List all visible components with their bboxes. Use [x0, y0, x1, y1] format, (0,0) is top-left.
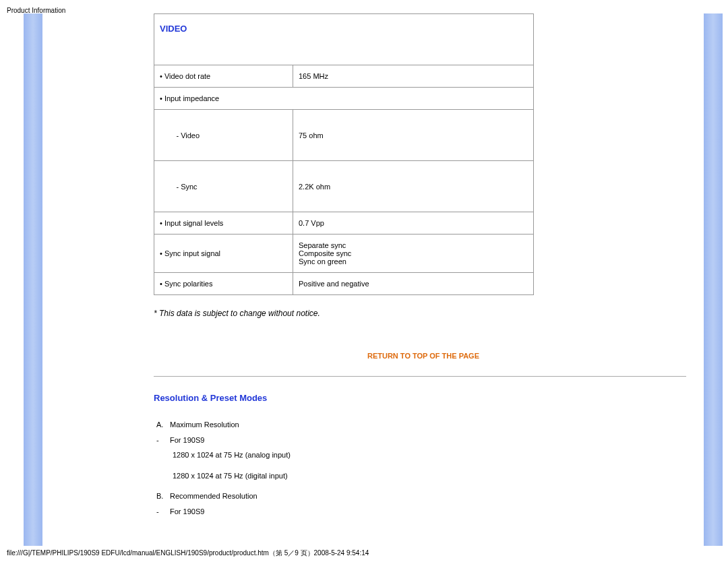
list-data: 1280 x 1024 at 75 Hz (digital input) — [154, 470, 693, 482]
right-decorative-bar — [704, 13, 723, 546]
list-text: For 190S9 — [170, 506, 693, 518]
list-text: Recommended Resolution — [170, 491, 693, 502]
spec-value: 0.7 Vpp — [293, 212, 534, 235]
video-spec-table: VIDEO • Video dot rate 165 MHz • Input i… — [154, 13, 534, 295]
list-item: - For 190S9 — [154, 506, 693, 518]
spec-label: - Video — [154, 110, 293, 161]
list-item: B. Recommended Resolution — [154, 491, 693, 502]
spec-label: • Sync polarities — [154, 273, 293, 295]
video-section-title: VIDEO — [154, 14, 534, 65]
section-divider — [154, 376, 686, 377]
list-text: For 190S9 — [170, 435, 693, 446]
spec-label: • Video dot rate — [154, 65, 293, 88]
return-link-container: RETURN TO TOP OF THE PAGE — [154, 352, 693, 360]
spec-value: Positive and negative — [293, 273, 534, 295]
spec-label: - Sync — [154, 161, 293, 212]
list-marker: - — [154, 506, 170, 518]
list-data: 1280 x 1024 at 75 Hz (analog input) — [154, 449, 693, 461]
spec-label: • Input impedance — [154, 88, 534, 110]
list-marker: - — [154, 435, 170, 446]
spec-label: • Sync input signal — [154, 235, 293, 273]
page-footer: file:///G|/TEMP/PHILIPS/190S9 EDFU/lcd/m… — [7, 549, 369, 558]
spec-label: • Input signal levels — [154, 212, 293, 235]
resolution-list: A. Maximum Resolution - For 190S9 1280 x… — [154, 419, 693, 517]
list-marker: A. — [154, 419, 170, 431]
list-marker: B. — [154, 491, 170, 502]
left-decorative-bar — [24, 13, 42, 546]
return-to-top-link[interactable]: RETURN TO TOP OF THE PAGE — [367, 352, 479, 360]
spec-value: 75 ohm — [293, 110, 534, 161]
spec-value: 165 MHz — [293, 65, 534, 88]
spec-value: Separate sync Composite sync Sync on gre… — [293, 235, 534, 273]
spec-value: 2.2K ohm — [293, 161, 534, 212]
disclaimer-text: * This data is subject to change without… — [154, 309, 693, 318]
main-content: VIDEO • Video dot rate 165 MHz • Input i… — [154, 13, 693, 521]
resolution-section-title: Resolution & Preset Modes — [154, 393, 693, 403]
list-item: - For 190S9 — [154, 435, 693, 446]
list-text: Maximum Resolution — [170, 419, 693, 431]
list-item: A. Maximum Resolution — [154, 419, 693, 431]
